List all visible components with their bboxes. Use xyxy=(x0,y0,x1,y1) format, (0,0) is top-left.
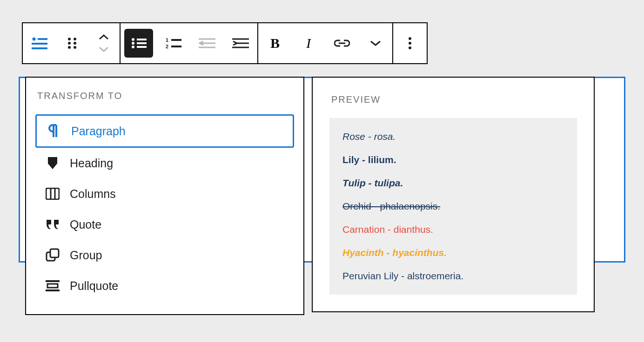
group-icon xyxy=(46,248,60,262)
kebab-icon xyxy=(408,37,412,50)
options-button[interactable] xyxy=(393,23,427,63)
move-updown-button[interactable] xyxy=(88,23,120,63)
ordered-list-icon: 1 2 xyxy=(166,37,181,49)
svg-rect-35 xyxy=(47,284,58,288)
transform-item-label: Heading xyxy=(70,157,113,170)
pullquote-icon xyxy=(46,279,60,293)
svg-point-5 xyxy=(74,38,76,40)
drag-handle-icon xyxy=(67,37,77,50)
indent-icon xyxy=(232,38,249,49)
link-icon xyxy=(334,39,350,47)
list-icon xyxy=(32,37,47,50)
transform-title: TRANSFORM TO xyxy=(37,91,294,101)
italic-icon: I xyxy=(306,35,311,51)
outdent-button[interactable] xyxy=(190,23,224,63)
indent-button[interactable] xyxy=(224,23,257,63)
preview-line: Peruvian Lily - alstroemeria. xyxy=(342,270,564,282)
transform-item-quote[interactable]: Quote xyxy=(35,209,294,240)
block-toolbar: 1 2 B xyxy=(22,22,428,64)
svg-point-6 xyxy=(68,42,71,45)
quote-icon xyxy=(46,217,60,231)
svg-point-27 xyxy=(409,42,411,45)
transform-item-group[interactable]: Group xyxy=(35,240,294,270)
svg-point-14 xyxy=(132,46,134,48)
chevron-down-icon xyxy=(370,40,381,46)
svg-point-12 xyxy=(132,42,134,45)
transform-item-label: Paragraph xyxy=(71,125,126,138)
more-format-button[interactable] xyxy=(359,23,392,63)
preview-line: Orchid - phalaenopsis. xyxy=(342,201,564,212)
transform-panel: TRANSFORM TO Paragraph Heading Columns Q… xyxy=(25,77,304,315)
svg-point-8 xyxy=(68,46,71,49)
columns-icon xyxy=(46,187,60,201)
transform-item-label: Pullquote xyxy=(70,279,118,293)
link-button[interactable] xyxy=(325,23,359,63)
paragraph-icon xyxy=(47,124,61,138)
svg-point-4 xyxy=(68,38,71,40)
italic-button[interactable]: I xyxy=(292,23,325,63)
svg-text:1: 1 xyxy=(166,37,168,43)
svg-text:2: 2 xyxy=(166,44,168,49)
preview-content: Rose - rosa. Lily - lilium. Tulip - tuli… xyxy=(329,118,577,295)
svg-point-0 xyxy=(33,38,36,41)
svg-point-28 xyxy=(409,46,411,49)
bullet-list-icon xyxy=(131,37,147,49)
toolbar-group-block xyxy=(22,22,120,64)
transform-item-label: Group xyxy=(70,249,102,262)
ordered-list-button[interactable]: 1 2 xyxy=(157,23,190,63)
chevron-down-icon xyxy=(99,46,109,52)
bold-icon: B xyxy=(270,35,280,51)
transform-item-label: Columns xyxy=(70,187,116,201)
svg-rect-33 xyxy=(50,249,59,257)
preview-panel: PREVIEW Rose - rosa. Lily - lilium. Tuli… xyxy=(312,77,595,312)
bullet-list-button[interactable] xyxy=(124,29,153,58)
preview-line: Rose - rosa. xyxy=(342,131,564,142)
svg-point-26 xyxy=(409,37,411,40)
preview-line: Tulip - tulipa. xyxy=(342,178,564,189)
preview-line: Hyacinth - hyacinthus. xyxy=(342,247,564,258)
drag-handle-button[interactable] xyxy=(56,23,88,63)
bold-button[interactable]: B xyxy=(258,23,292,63)
transform-item-paragraph[interactable]: Paragraph xyxy=(35,114,294,148)
toolbar-group-list: 1 2 xyxy=(120,22,257,64)
preview-line: Lily - lilium. xyxy=(342,154,564,165)
svg-point-10 xyxy=(132,38,134,41)
preview-title: PREVIEW xyxy=(331,94,577,105)
transform-item-label: Quote xyxy=(70,218,101,231)
toolbar-group-options xyxy=(392,22,428,64)
chevron-up-icon xyxy=(99,34,109,40)
preview-line: Carnation - dianthus. xyxy=(342,224,564,235)
transform-item-pullquote[interactable]: Pullquote xyxy=(35,270,294,301)
transform-item-heading[interactable]: Heading xyxy=(35,148,294,178)
toolbar-group-format: B I xyxy=(257,22,392,64)
outdent-icon xyxy=(199,38,215,49)
block-type-button[interactable] xyxy=(23,23,56,63)
svg-point-9 xyxy=(74,46,76,49)
svg-point-7 xyxy=(74,42,76,45)
transform-item-columns[interactable]: Columns xyxy=(35,178,294,209)
heading-icon xyxy=(46,156,60,170)
svg-rect-29 xyxy=(46,188,59,199)
